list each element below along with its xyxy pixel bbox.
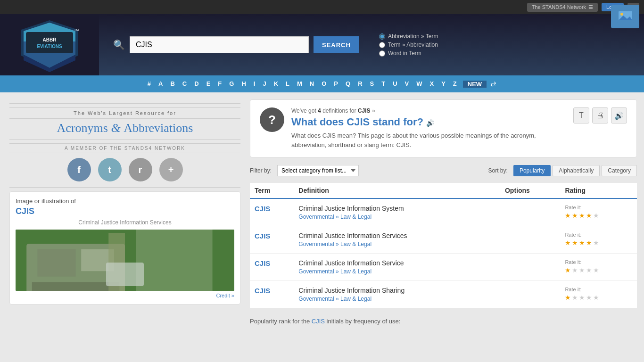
- nav-m[interactable]: M: [293, 75, 306, 92]
- sidebar-subtitle: A MEMBER OF THE STANDS4 NETWORK: [9, 143, 240, 153]
- def-category[interactable]: Governmental » Law & Legal: [298, 214, 495, 220]
- star-1[interactable]: ★: [565, 239, 571, 247]
- question-icon: ?: [260, 107, 284, 132]
- star-1[interactable]: ★: [565, 212, 571, 219]
- nav-g[interactable]: G: [225, 75, 238, 92]
- star-2[interactable]: ★: [572, 294, 578, 301]
- nav-r[interactable]: R: [354, 75, 366, 92]
- stars[interactable]: ★ ★ ★ ★ ★: [565, 294, 632, 301]
- def-category[interactable]: Governmental » Law & Legal: [298, 241, 495, 247]
- sort-popularity[interactable]: Popularity: [513, 165, 551, 176]
- term-cell: CJIS: [250, 281, 294, 308]
- star-3[interactable]: ★: [579, 239, 585, 247]
- nav-hash[interactable]: #: [144, 75, 155, 92]
- credit-link[interactable]: Credit »: [16, 293, 234, 298]
- star-3[interactable]: ★: [579, 294, 585, 301]
- term-link[interactable]: CJIS: [255, 259, 270, 267]
- radio-options: Abbreviation » Term Term » Abbreviation …: [379, 33, 438, 57]
- def-category[interactable]: Governmental » Law & Legal: [298, 268, 495, 275]
- twitter-icon[interactable]: t: [98, 158, 122, 181]
- nav-y[interactable]: Y: [438, 75, 449, 92]
- nav-u[interactable]: U: [389, 75, 401, 92]
- nav-z[interactable]: Z: [449, 75, 461, 92]
- logo-area: ABBR EVIATIONS TM: [0, 14, 99, 75]
- print-button[interactable]: 🖨: [592, 107, 608, 123]
- nav-e[interactable]: E: [203, 75, 215, 92]
- logo-shield: ABBR EVIATIONS TM: [17, 18, 83, 72]
- star-4[interactable]: ★: [586, 266, 592, 274]
- sort-category[interactable]: Category: [602, 165, 637, 176]
- nav-q[interactable]: Q: [342, 75, 354, 92]
- radio-term-to-abbr[interactable]: Term » Abbreviation: [379, 41, 438, 48]
- nav-a[interactable]: A: [155, 75, 166, 92]
- popularity-term-link[interactable]: CJIS: [312, 318, 325, 325]
- star-3[interactable]: ★: [579, 212, 585, 219]
- text-size-button[interactable]: T: [573, 107, 589, 123]
- nav-f[interactable]: F: [214, 75, 225, 92]
- search-button[interactable]: SEARCH: [314, 36, 359, 53]
- facebook-icon[interactable]: f: [67, 158, 91, 181]
- star-2[interactable]: ★: [572, 266, 578, 274]
- star-3[interactable]: ★: [579, 266, 585, 274]
- term-link[interactable]: CJIS: [255, 205, 270, 213]
- nav-c[interactable]: C: [179, 75, 190, 92]
- star-4[interactable]: ★: [586, 212, 592, 219]
- content: ? We've got 4 definitions for CJIS » Wha…: [245, 97, 639, 327]
- nav-x[interactable]: X: [426, 75, 438, 92]
- nav-b[interactable]: B: [166, 75, 178, 92]
- network-menu[interactable]: The STANDS4 Network ☰: [527, 3, 598, 12]
- nav-i[interactable]: I: [250, 75, 259, 92]
- star-5[interactable]: ★: [593, 266, 599, 274]
- search-row: 🔍 SEARCH Abbreviation » Term Term » Abbr…: [113, 33, 630, 57]
- nav-p[interactable]: P: [330, 75, 342, 92]
- nav-s[interactable]: S: [366, 75, 378, 92]
- nav-d[interactable]: D: [190, 75, 202, 92]
- sound-button[interactable]: 🔊: [611, 107, 627, 123]
- nav-l[interactable]: L: [282, 75, 293, 92]
- radio-abbr-to-term[interactable]: Abbreviation » Term: [379, 33, 438, 40]
- nav-new[interactable]: NEW: [463, 81, 487, 88]
- nav-v[interactable]: V: [401, 75, 413, 92]
- nav-t[interactable]: T: [378, 75, 389, 92]
- star-4[interactable]: ★: [586, 294, 592, 301]
- sound-icon[interactable]: 🔊: [426, 119, 434, 127]
- term-link[interactable]: CJIS: [255, 287, 270, 295]
- star-2[interactable]: ★: [572, 239, 578, 247]
- nav-j[interactable]: J: [259, 75, 270, 92]
- network-label: The STANDS4 Network: [532, 4, 586, 10]
- plus-icon[interactable]: +: [159, 158, 183, 181]
- stars[interactable]: ★ ★ ★ ★ ★: [565, 266, 632, 274]
- star-1[interactable]: ★: [565, 266, 571, 274]
- search-input[interactable]: [130, 36, 309, 53]
- table-row: CJIS Criminal Justice Information System…: [250, 198, 637, 226]
- col-term: Term: [250, 183, 294, 198]
- nav-o[interactable]: O: [318, 75, 330, 92]
- nav-n[interactable]: N: [306, 75, 318, 92]
- star-5[interactable]: ★: [593, 294, 599, 301]
- term-cell: CJIS: [250, 226, 294, 254]
- star-5[interactable]: ★: [593, 239, 599, 247]
- star-2[interactable]: ★: [572, 212, 578, 219]
- def-cell: Criminal Justice Information Sharing Gov…: [294, 281, 500, 308]
- star-4[interactable]: ★: [586, 239, 592, 247]
- stars[interactable]: ★ ★ ★ ★ ★: [565, 212, 632, 219]
- nav-k[interactable]: K: [270, 75, 282, 92]
- sort-buttons: Popularity Alphabetically Category: [513, 165, 637, 176]
- svg-text:ABBR: ABBR: [43, 37, 57, 42]
- nav-h[interactable]: H: [238, 75, 249, 92]
- term-link[interactable]: CJIS: [255, 232, 270, 240]
- sort-alphabetically[interactable]: Alphabetically: [553, 165, 600, 176]
- category-filter[interactable]: Select category from list...: [277, 165, 359, 176]
- header: ABBR EVIATIONS TM 🔍 SEARCH Abbreviation …: [0, 14, 644, 75]
- abbreviations-text: Abbreviations: [124, 121, 193, 135]
- reddit-icon[interactable]: r: [129, 158, 152, 181]
- stars[interactable]: ★ ★ ★ ★ ★: [565, 239, 632, 247]
- def-category[interactable]: Governmental » Law & Legal: [298, 296, 495, 302]
- radio-word-in-term[interactable]: Word in Term: [379, 50, 438, 57]
- nav-w[interactable]: W: [413, 75, 426, 92]
- star-1[interactable]: ★: [565, 294, 571, 301]
- def-main: Criminal Justice Information Service: [298, 259, 495, 267]
- shuffle-icon[interactable]: ⇄: [487, 80, 500, 88]
- star-5[interactable]: ★: [593, 212, 599, 219]
- results-table: Term Definition Options Rating CJIS Crim…: [250, 183, 637, 308]
